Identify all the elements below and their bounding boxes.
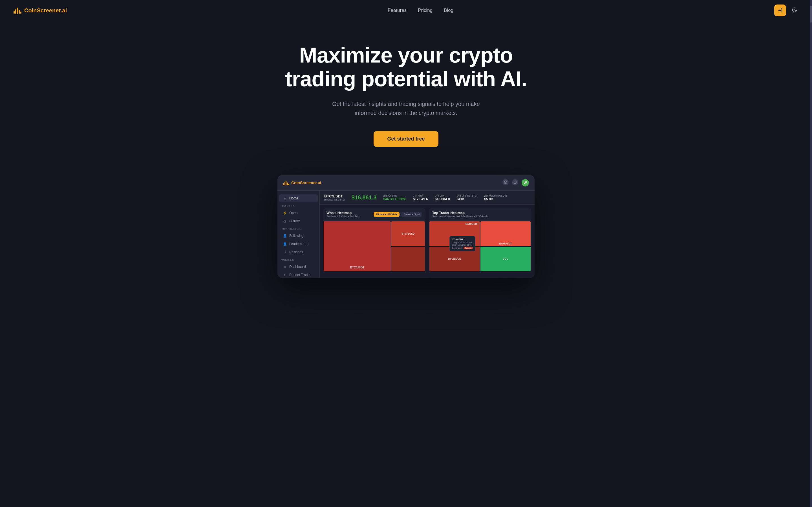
whale-cell-btcbusd-bottom	[391, 247, 425, 272]
sidebar-item-history[interactable]: ◷ History	[279, 217, 318, 225]
nav-link-blog[interactable]: Blog	[444, 8, 453, 13]
signals-label: SIGNALS	[277, 203, 319, 209]
hero-section: Maximize your crypto trading potential w…	[0, 21, 812, 164]
app-window: CoinScreener.ai W ⌂ Home	[277, 175, 535, 278]
vol-usdt-value: $5.8B	[484, 197, 507, 201]
top-trader-heatmap-grid: BNB/USDT ETH/USDT BTC/BUSD SOL ETH/USDT …	[429, 221, 531, 272]
whale-tab-binance-spot[interactable]: Binance Spot	[401, 212, 422, 217]
pair-name: BTC/USDT	[324, 194, 345, 198]
sidebar-item-dashboard[interactable]: ◈ Dashboard	[279, 263, 318, 271]
user-avatar[interactable]: W	[522, 179, 529, 186]
whale-heatmap-grid: BTC/USDT BTC/BUSD	[323, 221, 425, 272]
low-label: 24h Low	[435, 194, 450, 197]
sidebar-item-positions[interactable]: ✦ Positions	[279, 248, 318, 256]
whale-heatmap-tabs: Binance USD⊛-M Binance Spot	[374, 212, 422, 217]
home-icon: ⌂	[283, 196, 287, 200]
top-traders-label: TOP TRADERS	[277, 225, 319, 231]
logo-icon	[13, 7, 21, 14]
open-icon: ⚡	[283, 211, 287, 215]
logo-bar-4	[18, 10, 20, 14]
stats-high: 24h High $17,049.6	[413, 194, 428, 201]
logo-text: CoinScreener.ai	[24, 7, 67, 14]
nav-links: Features Pricing Blog	[388, 8, 453, 13]
exchange-name: Binance USD⊛-M	[324, 198, 345, 201]
whale-heatmap-subtitle: Sentiment & Volume last 24h	[326, 215, 359, 218]
whale-heatmap-panel: Whale Heatmap Sentiment & Volume last 24…	[323, 208, 425, 272]
theme-toggle-button[interactable]	[791, 6, 799, 15]
change-value: $46.30 +0.28%	[384, 197, 406, 201]
logo-bar-2	[15, 9, 16, 14]
stats-change: 24h Change $46.30 +0.28%	[384, 194, 406, 201]
change-label: 24h Change	[384, 194, 406, 197]
vol-usdt-label: 24h Volume (USDT)	[484, 194, 507, 197]
tooltip-sentiment-badge: Bearish	[464, 247, 473, 249]
stats-vol-usdt: 24h Volume (USDT) $5.8B	[484, 194, 507, 201]
positions-icon: ✦	[283, 250, 287, 254]
high-label: 24h High	[413, 194, 428, 197]
top-trader-heatmap-subtitle: Sentiment & Volume last 24h (Binance USD…	[432, 215, 488, 218]
hero-title: Maximize your crypto trading potential w…	[279, 43, 533, 91]
sidebar-item-following[interactable]: 👤 Following	[279, 232, 318, 240]
nav-link-features[interactable]: Features	[388, 8, 407, 13]
tooltip-sentiment-label: Sentiment:	[452, 247, 463, 249]
current-price: $16,861.3	[352, 194, 377, 201]
tooltip-title: ETH/USDT	[452, 238, 473, 240]
leaderboard-icon: 👤	[283, 242, 287, 246]
whale-tab-binance-usd[interactable]: Binance USD⊛-M	[374, 212, 400, 217]
scrollbar[interactable]	[810, 0, 812, 507]
dashboard-icon: ◈	[283, 265, 287, 269]
app-logo-icon	[283, 180, 289, 185]
cta-button[interactable]: Get started free	[373, 131, 438, 147]
navbar: CoinScreener.ai Features Pricing Blog	[0, 0, 812, 21]
sidebar-item-recent-trades[interactable]: $ Recent Trades	[279, 271, 318, 278]
logo-bar-1	[13, 11, 15, 14]
app-sidebar: ⌂ Home SIGNALS ⚡ Open ◷ History TOP TRAD…	[277, 191, 320, 278]
following-icon: 👤	[283, 234, 287, 238]
stats-low: 24h Low $16,684.0	[435, 194, 450, 201]
sidebar-item-home[interactable]: ⌂ Home	[279, 194, 318, 202]
history-icon: ◷	[283, 219, 287, 223]
stats-vol-btc: 24h Volume (BTC) 341K	[456, 194, 477, 201]
top-trader-heatmap-title: Top Trader Heatmap	[432, 211, 488, 215]
hero-subtitle: Get the latest insights and trading sign…	[321, 100, 491, 117]
whales-label: WHALES	[277, 256, 319, 263]
tooltip-long-vol: Long Volume: $13M	[452, 241, 473, 244]
app-logo: CoinScreener.ai	[283, 180, 321, 185]
trader-tooltip: ETH/USDT Long Volume: $13M Short Volume:…	[449, 236, 475, 251]
whale-cell-btcusdt: BTC/USDT	[324, 221, 391, 271]
vol-btc-value: 341K	[456, 197, 477, 201]
trades-icon: $	[283, 273, 287, 277]
trading-pair: BTC/USDT Binance USD⊛-M	[324, 194, 345, 201]
login-button[interactable]	[774, 4, 786, 16]
nav-link-pricing[interactable]: Pricing	[418, 8, 433, 13]
logo-bar-3	[17, 8, 18, 14]
whale-heatmap-header: Whale Heatmap Sentiment & Volume last 24…	[323, 208, 425, 221]
whale-cell-btcbusd-top: BTC/BUSD	[391, 221, 425, 246]
stats-bar: BTC/USDT Binance USD⊛-M $16,861.3 24h Ch…	[320, 191, 535, 205]
app-main: BTC/USDT Binance USD⊛-M $16,861.3 24h Ch…	[320, 191, 535, 278]
top-trader-heatmap-panel: Top Trader Heatmap Sentiment & Volume la…	[429, 208, 531, 272]
app-preview: CoinScreener.ai W ⌂ Home	[271, 175, 541, 278]
heatmap-section: Whale Heatmap Sentiment & Volume last 24…	[320, 205, 535, 275]
top-trader-heatmap-header: Top Trader Heatmap Sentiment & Volume la…	[429, 208, 531, 221]
low-value: $16,684.0	[435, 197, 450, 201]
app-body: ⌂ Home SIGNALS ⚡ Open ◷ History TOP TRAD…	[277, 191, 535, 278]
svg-point-0	[505, 182, 506, 183]
app-titlebar: CoinScreener.ai W	[277, 175, 535, 191]
trader-cell-ethusdt: ETH/USDT	[480, 221, 531, 246]
sidebar-item-leaderboard[interactable]: 👤 Leaderboard	[279, 240, 318, 248]
trader-cell-sol: SOL	[480, 247, 531, 272]
tooltip-short-vol: Short Volume: $14M	[452, 244, 473, 246]
whale-heatmap-title: Whale Heatmap	[326, 211, 359, 215]
vol-btc-label: 24h Volume (BTC)	[456, 194, 477, 197]
nav-right	[774, 4, 799, 16]
sidebar-item-open[interactable]: ⚡ Open	[279, 209, 318, 217]
login-icon	[778, 8, 782, 13]
settings-icon[interactable]	[502, 179, 509, 185]
moon-icon	[792, 7, 797, 13]
app-logo-text: CoinScreener.ai	[291, 180, 321, 185]
high-value: $17,049.6	[413, 197, 428, 201]
logo[interactable]: CoinScreener.ai	[13, 7, 67, 14]
help-icon[interactable]	[512, 179, 518, 185]
logo-bar-5	[20, 11, 21, 14]
